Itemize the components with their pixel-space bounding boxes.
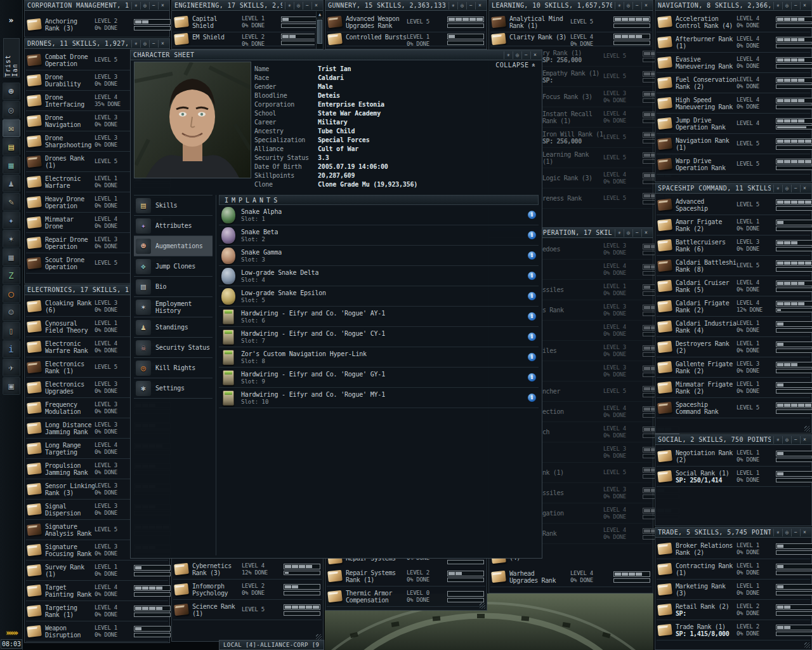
assets-icon[interactable]: ▦	[3, 248, 20, 266]
implant-row[interactable]: Low-grade Snake EpsilonSlot: 5i	[219, 286, 539, 307]
pin-button[interactable]: ✳	[615, 229, 624, 237]
implant-row[interactable]: Hardwiring - Eifyr and Co. 'Rogue' MY-1S…	[219, 388, 539, 408]
skill-row[interactable]: AnchoringRank (3)LEVEL 20% DONE	[26, 12, 168, 37]
opacity-button[interactable]: ◎	[782, 529, 791, 536]
log-icon[interactable]: ▯	[3, 322, 20, 340]
skill-row[interactable]: Destroyers Rank(2)LEVEL 10% DONE	[657, 337, 810, 357]
skill-row[interactable]: High SpeedManeuvering RankLEVEL 40% DONE	[657, 93, 810, 114]
tab-settings[interactable]: ✱Settings	[134, 378, 213, 399]
skill-row[interactable]: BattlecruisersRank (6)LEVEL 30% DONE	[657, 235, 810, 256]
info-button-icon[interactable]: i	[528, 251, 536, 260]
pin-button[interactable]: ✳	[773, 529, 782, 536]
skill-row[interactable]: TargetingRank (1)LEVEL 40% DONE	[26, 601, 168, 621]
skill-row[interactable]: Social Rank (1)SP: 250/1,414LEVEL 10% DO…	[657, 467, 810, 487]
skill-row[interactable]: Repair Systems0% DONE	[327, 558, 485, 566]
skill-row[interactable]: Fuel ConservationRank (2)LEVEL 40% DONE	[657, 73, 810, 93]
implant-row[interactable]: Snake AlphaSlot: 1i	[219, 205, 539, 225]
skill-row[interactable]: Negotiation Rank(2)LEVEL 10% DONE	[657, 446, 810, 467]
pin-button[interactable]: ✳	[504, 51, 513, 59]
skill-row[interactable]: Warp DriveOperation RankLEVEL 5	[657, 154, 810, 175]
pin-button[interactable]: ✳	[131, 40, 140, 48]
help-icon[interactable]: ◯	[3, 285, 20, 303]
window-titlebar[interactable]: NAVIGATION, 8 SKILLS, 2,366,189 POIN ✳◎−…	[655, 1, 811, 11]
scrollbar[interactable]: ▲	[316, 11, 323, 49]
skill-row[interactable]: Marketing Rank(3)LEVEL 10% DONE	[657, 580, 810, 600]
close-button[interactable]: ×	[311, 2, 320, 10]
sidebar-character-name[interactable]: Trist Ian	[3, 38, 20, 77]
tab-attributes[interactable]: ✦Attributes	[134, 216, 213, 236]
implant-row[interactable]: Snake GammaSlot: 3i	[219, 246, 539, 266]
info-button-icon[interactable]: i	[528, 272, 536, 280]
opacity-button[interactable]: ◎	[624, 229, 632, 237]
skill-row[interactable]: Amarr FrigateRank (2)LEVEL 10% DONE	[657, 215, 810, 235]
pin-button[interactable]: ✳	[773, 185, 782, 192]
skill-row[interactable]: Afterburner Rank(1)LEVEL 40% DONE	[657, 32, 810, 53]
chat-window-tab[interactable]: LOCAL [4]-ALLIANCE-CORP [9]-WAR....	[219, 640, 324, 650]
window-titlebar[interactable]: TRADE, 5 SKILLS, 5,745 POINTS ✳◎−×	[655, 527, 811, 538]
implant-row[interactable]: Hardwiring - Eifyr and Co. 'Rogue' CY-1S…	[219, 327, 539, 347]
close-button[interactable]: ×	[800, 436, 809, 444]
opacity-button[interactable]: ◎	[782, 185, 791, 192]
info-button-icon[interactable]: i	[528, 394, 536, 402]
tab-jump-clones[interactable]: ❖Jump Clones	[134, 256, 213, 277]
people-and-places-icon[interactable]: ◎	[3, 101, 20, 119]
pin-button[interactable]: ✳	[773, 436, 782, 444]
tab-standings[interactable]: ♟Standings	[134, 317, 213, 338]
scroll-thumb[interactable]	[317, 20, 322, 44]
journal-icon[interactable]: ✎	[3, 193, 20, 211]
wallet-icon[interactable]: Z	[3, 267, 20, 284]
skill-row[interactable]: SpaceshipCommand RankLEVEL 5	[657, 398, 810, 418]
close-button[interactable]: ×	[641, 229, 650, 237]
scroll-up-icon[interactable]: ▲	[317, 11, 323, 18]
collapse-control[interactable]: COLLAPSE »	[495, 62, 535, 69]
close-button[interactable]: ×	[800, 2, 809, 10]
skill-row[interactable]: WeaponDisruptionLEVEL 10% DONE	[26, 621, 168, 642]
skill-row[interactable]: Minmatar FrigateRank (2)LEVEL 10% DONE	[657, 378, 810, 398]
skill-row[interactable]: Clarity Rank (3)LEVEL 40% DONE	[490, 32, 652, 46]
minimize-button[interactable]: −	[791, 2, 800, 10]
skill-row[interactable]: Broker RelationsRank (2)LEVEL 10% DONE	[657, 539, 810, 559]
skill-row[interactable]: Analytical MindRank (1)LEVEL 5	[490, 12, 652, 32]
opacity-button[interactable]: ◎	[294, 2, 303, 10]
skill-row[interactable]: Repair SystemsRank (1)LEVEL 20% DONE	[327, 566, 485, 587]
skill-row[interactable]: TargetPainting RankLEVEL 40% DONE	[26, 581, 168, 601]
skill-row[interactable]: CapitalShieldLEVEL 10% DONE	[173, 12, 315, 32]
pin-button[interactable]: ✳	[615, 2, 624, 10]
close-button[interactable]: ×	[158, 40, 167, 48]
corporation-icon[interactable]: ✶	[3, 230, 20, 248]
skill-row[interactable]: (4)	[490, 558, 652, 567]
close-button[interactable]: ×	[800, 185, 809, 192]
minimize-button[interactable]: −	[791, 529, 800, 536]
mail-icon[interactable]: ✉	[3, 119, 20, 137]
ship-icon[interactable]: ✈	[3, 359, 20, 376]
channels-icon[interactable]: ♟	[3, 175, 20, 192]
close-button[interactable]: ×	[641, 2, 650, 10]
items-icon[interactable]: ▣	[3, 377, 20, 395]
info-button-icon[interactable]: i	[528, 231, 536, 239]
window-titlebar[interactable]: SOCIAL, 2 SKILLS, 750 POINTS ✳◎−×	[655, 435, 811, 445]
skill-row[interactable]: Caldari FrigateRank (2)LEVEL 412% DONE	[657, 296, 810, 317]
pin-button[interactable]: ✳	[449, 2, 457, 10]
tab-kill-rights[interactable]: ◎Kill Rights	[134, 358, 213, 378]
info-icon[interactable]: i	[3, 340, 20, 358]
sidebar-expand-icon[interactable]: »	[0, 0, 22, 38]
opacity-button[interactable]: ◎	[140, 40, 149, 48]
sidebar-expand-bottom-icon[interactable]: »»»	[0, 628, 23, 637]
minimize-button[interactable]: −	[149, 40, 158, 48]
opacity-button[interactable]: ◎	[782, 436, 791, 444]
opacity-button[interactable]: ◎	[782, 2, 791, 10]
map-icon[interactable]: ✦	[3, 211, 20, 229]
skill-row[interactable]: Trade Rank (1)SP: 1,415/8,000LEVEL 20% D…	[657, 620, 810, 640]
skill-row[interactable]: Advanced WeaponUpgrades RankLEVEL 5	[327, 12, 485, 32]
pin-button[interactable]: ✳	[773, 2, 782, 10]
skill-row[interactable]: Retail Rank (2)SP:LEVEL 20% DONE	[657, 600, 810, 620]
skill-row[interactable]: AdvancedSpaceshipLEVEL 5	[657, 195, 810, 215]
skill-row[interactable]: AccelerationControl Rank (4)LEVEL 40% DO…	[657, 12, 810, 32]
opacity-button[interactable]: ◎	[624, 2, 632, 10]
skill-row[interactable]: Science Rank(1)LEVEL 5	[173, 600, 322, 620]
notepad-icon[interactable]: ▤	[3, 138, 20, 156]
chat-icon[interactable]: ☺	[3, 303, 20, 321]
minimize-button[interactable]: −	[149, 2, 158, 10]
pin-button[interactable]: ✳	[131, 2, 140, 10]
skill-row[interactable]: InfomorphPsychologyLEVEL 20% DONE	[173, 580, 322, 600]
